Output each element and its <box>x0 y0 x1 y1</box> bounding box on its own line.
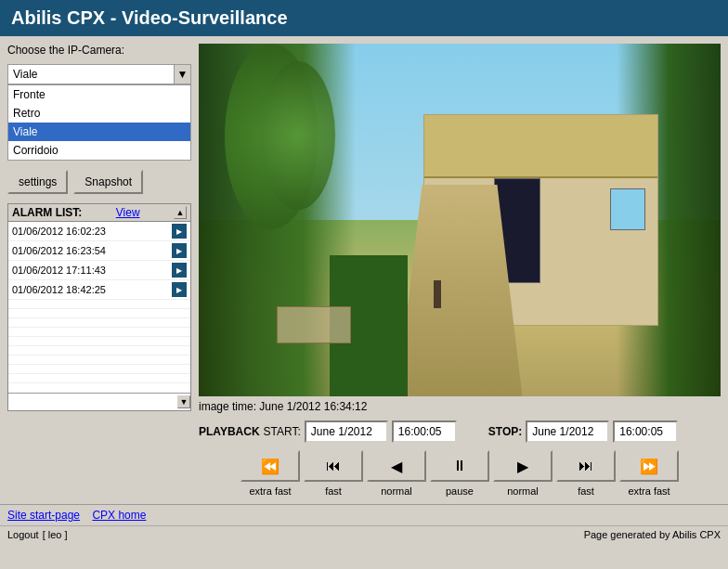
logout-link[interactable]: Logout <box>7 529 39 540</box>
start-label: START: <box>264 425 301 438</box>
alarm-scroll-down-button[interactable]: ▼ <box>177 395 190 408</box>
alarm-time-1: 01/06/2012 16:02:23 <box>12 226 172 237</box>
image-time: image time: June 1/2012 16:34:12 <box>199 396 721 417</box>
alarm-play-3[interactable]: ▶ <box>172 263 187 278</box>
alarm-header: ALARM LIST: View ▲ <box>8 204 190 222</box>
building-window-2 <box>610 188 645 230</box>
alarm-empty-row <box>8 328 190 337</box>
left-panel: Choose the IP-Camera: Viale ▼ Fronte Ret… <box>7 44 191 497</box>
alarm-empty-row <box>8 383 190 393</box>
alarm-view-button[interactable]: View <box>116 206 140 219</box>
camera-select-container: Viale ▼ Fronte Retro Viale Corridoio <box>7 64 191 161</box>
bottom-links: Site start-page CPX home <box>0 504 728 525</box>
footer-bar: Logout [ leo ] Page generated by Abilis … <box>0 525 728 543</box>
camera-option-retro[interactable]: Retro <box>8 104 190 123</box>
alarm-list-body: 01/06/2012 16:02:23 ▶ 01/06/2012 16:23:5… <box>8 222 190 393</box>
alarm-title: ALARM LIST: <box>12 206 82 219</box>
alarm-play-4[interactable]: ▶ <box>172 282 187 297</box>
alarm-empty-row <box>8 356 190 365</box>
start-date-input[interactable] <box>305 420 388 443</box>
label-normal-back: normal <box>367 485 426 497</box>
building-roof <box>424 115 657 178</box>
site-start-link[interactable]: Site start-page <box>7 509 80 522</box>
label-normal-fwd: normal <box>493 485 552 497</box>
transport-pause[interactable]: ⏸ <box>430 450 489 482</box>
transport-labels: extra fast fast normal pause normal fast… <box>199 485 721 497</box>
label-extra-fast-fwd: extra fast <box>619 485 679 497</box>
alarm-row: 01/06/2012 16:02:23 ▶ <box>8 222 190 241</box>
playback-controls: PLAYBACK START: STOP: <box>199 417 721 446</box>
alarm-empty-row <box>8 346 190 356</box>
transport-play[interactable]: ▶ <box>493 450 552 482</box>
camera-background <box>199 44 721 396</box>
page-title: Abilis CPX - Video-Surveillance <box>11 7 288 28</box>
camera-option-viale[interactable]: Viale <box>8 123 190 141</box>
settings-button[interactable]: settings <box>7 170 68 194</box>
camera-label: Choose the IP-Camera: <box>7 44 191 57</box>
alarm-play-2[interactable]: ▶ <box>172 243 187 258</box>
transport-extra-fast-fwd[interactable]: ⏩ <box>619 450 679 482</box>
alarm-empty-row <box>8 300 190 309</box>
label-extra-fast-back: extra fast <box>240 485 300 497</box>
camera-option-corridoio[interactable]: Corridoio <box>8 141 190 160</box>
camera-option-fronte[interactable]: Fronte <box>8 85 190 104</box>
label-pause: pause <box>430 485 489 497</box>
main-content: Choose the IP-Camera: Viale ▼ Fronte Ret… <box>0 36 728 504</box>
alarm-row: 01/06/2012 17:11:43 ▶ <box>8 261 190 280</box>
right-panel: image time: June 1/2012 16:34:12 PLAYBAC… <box>199 44 721 497</box>
video-feed <box>199 44 721 396</box>
alarm-row: 01/06/2012 18:42:25 ▶ <box>8 280 190 300</box>
generated-by: Page generated by Abilis CPX <box>584 529 721 540</box>
alarm-scroll-up-button[interactable]: ▲ <box>174 206 187 219</box>
transport-extra-fast-back[interactable]: ⏪ <box>240 450 300 482</box>
alarm-time-3: 01/06/2012 17:11:43 <box>12 265 172 276</box>
label-fast-fwd: fast <box>556 485 616 497</box>
camera-dropdown-arrow[interactable]: ▼ <box>174 65 190 84</box>
start-time-input[interactable] <box>392 420 457 443</box>
person-silhouette <box>434 280 441 308</box>
page-header: Abilis CPX - Video-Surveillance <box>0 0 728 36</box>
transport-controls: ⏪ ⏮ ◀ ⏸ ▶ ⏭ ⏩ <box>199 446 721 485</box>
alarm-empty-row <box>8 365 190 374</box>
alarm-empty-row <box>8 374 190 383</box>
logout-section: Logout [ leo ] <box>7 529 68 540</box>
alarm-time-2: 01/06/2012 16:23:54 <box>12 245 172 256</box>
alarm-row: 01/06/2012 16:23:54 ▶ <box>8 241 190 261</box>
stop-time-input[interactable] <box>613 420 678 443</box>
camera-dropdown: Fronte Retro Viale Corridoio <box>7 84 191 161</box>
buttons-row: settings Snapshot <box>7 170 191 194</box>
transport-back[interactable]: ◀ <box>367 450 426 482</box>
transport-fast-back[interactable]: ⏮ <box>304 450 363 482</box>
camera-selected-value[interactable]: Viale <box>8 65 174 84</box>
label-fast-back: fast <box>304 485 363 497</box>
stop-date-input[interactable] <box>526 420 609 443</box>
transport-fast-fwd[interactable]: ⏭ <box>556 450 616 482</box>
alarm-empty-row <box>8 318 190 328</box>
playback-label: PLAYBACK <box>199 425 260 438</box>
stop-label: STOP: <box>488 425 522 438</box>
alarm-section: ALARM LIST: View ▲ 01/06/2012 16:02:23 ▶… <box>7 203 191 411</box>
alarm-time-4: 01/06/2012 18:42:25 <box>12 284 172 295</box>
snapshot-button[interactable]: Snapshot <box>73 170 143 194</box>
alarm-empty-row <box>8 309 190 318</box>
alarm-play-1[interactable]: ▶ <box>172 224 187 239</box>
user-display: [ leo ] <box>43 529 68 540</box>
cpx-home-link[interactable]: CPX home <box>92 509 146 522</box>
table <box>277 306 351 343</box>
alarm-empty-row <box>8 337 190 346</box>
tree-canopy-2 <box>261 61 335 210</box>
alarm-scrollbar: ▼ <box>8 393 190 410</box>
